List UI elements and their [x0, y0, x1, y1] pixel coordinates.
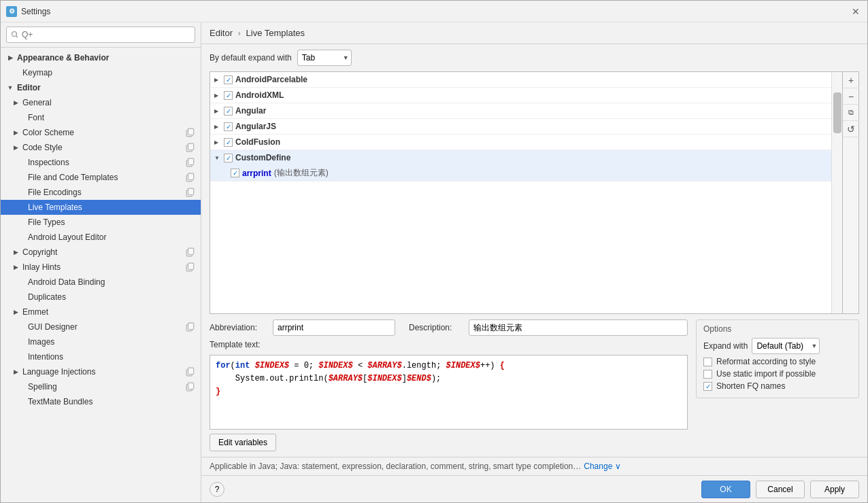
- arrow-icon: ▶: [12, 99, 20, 107]
- shorten-fq-checkbox[interactable]: [703, 382, 712, 391]
- expand-select-wrapper: Tab Space Enter ▼: [297, 50, 352, 66]
- restore-button[interactable]: ↺: [843, 121, 859, 137]
- expand-arrow-icon: ▶: [214, 108, 221, 114]
- sidebar-item-font[interactable]: Font: [1, 110, 201, 125]
- group-label: Angular: [235, 106, 266, 116]
- sidebar-item-file-encodings[interactable]: File Encodings: [1, 185, 201, 200]
- applicable-change-button[interactable]: Change ∨: [584, 462, 620, 471]
- shorten-fq-row: Shorten FQ names: [703, 381, 852, 391]
- sidebar-item-keymap[interactable]: Keymap: [1, 65, 201, 80]
- options-title: Options: [703, 324, 852, 334]
- applicable-text: Applicable in Java; Java: statement, exp…: [210, 462, 581, 471]
- arrow-icon: [17, 338, 25, 346]
- sidebar-item-appearance[interactable]: ▶ Appearance & Behavior: [1, 50, 201, 65]
- sidebar-item-label: Emmet: [22, 307, 48, 317]
- item-name: arrprint: [242, 169, 271, 178]
- code-line-2: System.out.println($ARRAY$[$INDEX$]$END$…: [216, 372, 682, 385]
- tl-group-header-customdefine[interactable]: ▼ CustomDefine: [210, 150, 831, 165]
- reformat-checkbox[interactable]: [703, 358, 712, 366]
- group-label: AndroidXML: [235, 90, 284, 100]
- group-checkbox[interactable]: [224, 75, 233, 84]
- svg-rect-19: [188, 383, 194, 389]
- arrow-icon: [17, 203, 25, 211]
- edit-variables-button[interactable]: Edit variables: [210, 434, 276, 451]
- expand-arrow-icon: ▼: [214, 155, 221, 161]
- description-label: Description:: [409, 323, 463, 332]
- copy-icon: [186, 143, 195, 152]
- tl-item-arrprint[interactable]: arrprint (输出数组元素): [210, 165, 831, 181]
- tl-group-header[interactable]: ▶ Angular: [210, 103, 831, 118]
- copy-button[interactable]: ⧉: [843, 105, 859, 121]
- copy-icon: [186, 158, 195, 167]
- group-checkbox[interactable]: [224, 107, 233, 116]
- breadcrumb-live-templates: Live Templates: [246, 28, 305, 38]
- search-input[interactable]: [6, 27, 195, 43]
- copy-icon: [186, 382, 195, 392]
- tl-group-header[interactable]: ▶ AndroidXML: [210, 88, 831, 103]
- sidebar-item-intentions[interactable]: Intentions: [1, 349, 201, 364]
- arrow-icon: [17, 278, 25, 286]
- tl-group-header[interactable]: ▶ AndroidParcelable: [210, 72, 831, 87]
- tl-group-header[interactable]: ▶ AngularJS: [210, 119, 831, 134]
- sidebar-item-inspections[interactable]: Inspections: [1, 155, 201, 170]
- item-checkbox[interactable]: [231, 169, 239, 177]
- expand-with-select[interactable]: Default (Tab) Tab Space Enter: [752, 338, 820, 354]
- sidebar-item-live-templates[interactable]: Live Templates: [1, 200, 201, 215]
- sidebar-item-label: File and Code Templates: [28, 173, 118, 182]
- sidebar-item-label: File Types: [28, 218, 65, 227]
- sidebar-item-copyright[interactable]: ▶ Copyright: [1, 245, 201, 260]
- expand-arrow-icon: ▶: [214, 124, 221, 130]
- description-input[interactable]: [469, 319, 688, 336]
- help-button[interactable]: ?: [210, 482, 224, 497]
- scrollbar-thumb[interactable]: [833, 92, 841, 133]
- arrow-icon: ▶: [12, 308, 20, 316]
- svg-rect-15: [188, 323, 194, 329]
- sidebar-item-gui-designer[interactable]: GUI Designer: [1, 319, 201, 334]
- sidebar-item-inlay-hints[interactable]: ▶ Inlay Hints: [1, 260, 201, 275]
- sidebar-item-textmate-bundles[interactable]: TextMate Bundles: [1, 394, 201, 409]
- sidebar-item-label: Inspections: [28, 158, 69, 167]
- group-label: ColdFusion: [235, 137, 280, 147]
- sidebar-item-duplicates[interactable]: Duplicates: [1, 290, 201, 305]
- remove-button[interactable]: −: [843, 88, 859, 105]
- arrow-icon: ▶: [6, 54, 14, 62]
- ok-button[interactable]: OK: [701, 481, 750, 498]
- breadcrumb-separator: ›: [238, 28, 241, 38]
- sidebar-item-android-layout-editor[interactable]: Android Layout Editor: [1, 230, 201, 245]
- sidebar-item-label: Android Data Binding: [28, 277, 105, 287]
- sidebar-item-code-style[interactable]: ▶ Code Style: [1, 140, 201, 155]
- group-checkbox-customdefine[interactable]: [224, 154, 233, 162]
- group-checkbox[interactable]: [224, 91, 233, 100]
- sidebar-item-language-injections[interactable]: ▶ Language Injections: [1, 364, 201, 379]
- group-checkbox[interactable]: [224, 138, 233, 147]
- static-import-checkbox[interactable]: [703, 370, 712, 379]
- sidebar-item-spelling[interactable]: Spelling: [1, 379, 201, 394]
- list-side-buttons: + − ⧉ ↺: [843, 71, 859, 314]
- code-line-3: }: [216, 385, 682, 398]
- arrow-icon: [17, 293, 25, 301]
- cancel-button[interactable]: Cancel: [756, 481, 805, 498]
- sidebar-item-emmet[interactable]: ▶ Emmet: [1, 305, 201, 319]
- expand-select[interactable]: Tab Space Enter: [297, 50, 352, 66]
- svg-rect-7: [188, 173, 194, 179]
- sidebar-item-label: Editor: [17, 83, 41, 92]
- code-editor[interactable]: for(int $INDEX$ = 0; $INDEX$ < $ARRAY$.l…: [210, 355, 688, 430]
- sidebar-item-android-data-binding[interactable]: Android Data Binding: [1, 275, 201, 290]
- add-button[interactable]: +: [843, 72, 859, 88]
- sidebar-item-file-types[interactable]: File Types: [1, 215, 201, 230]
- apply-button[interactable]: Apply: [810, 481, 859, 498]
- close-button[interactable]: ✕: [850, 5, 862, 18]
- sidebar-item-images[interactable]: Images: [1, 334, 201, 349]
- arrow-icon: [17, 114, 25, 122]
- tl-group-header[interactable]: ▶ ColdFusion: [210, 135, 831, 150]
- sidebar-item-general[interactable]: ▶ General: [1, 95, 201, 110]
- group-checkbox[interactable]: [224, 122, 233, 131]
- sidebar-item-color-scheme[interactable]: ▶ Color Scheme: [1, 125, 201, 140]
- sidebar-item-label: Language Injections: [22, 367, 95, 377]
- copy-icon: [186, 247, 195, 257]
- sidebar-item-label: Live Templates: [28, 203, 82, 212]
- sidebar-item-file-code-templates[interactable]: File and Code Templates: [1, 170, 201, 185]
- sidebar-item-editor[interactable]: ▼ Editor: [1, 80, 201, 95]
- svg-rect-1: [188, 128, 194, 135]
- abbreviation-input[interactable]: [273, 319, 395, 336]
